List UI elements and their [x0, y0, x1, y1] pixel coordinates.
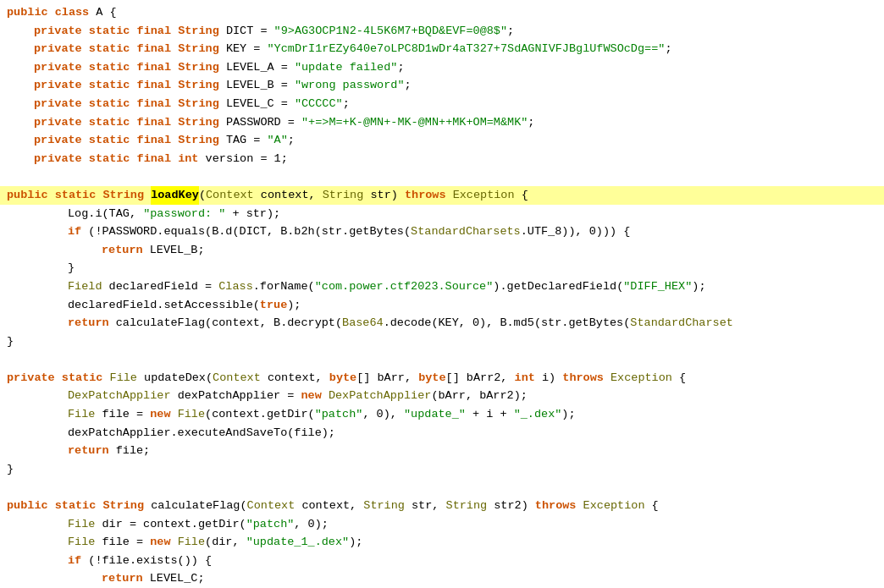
code-line-23: File file = new File(context.getDir("pat… — [0, 405, 884, 424]
code-line-8: private static final String TAG = "A"; — [0, 131, 884, 150]
code-line-17: declaredField.setAccessible(true); — [0, 296, 884, 315]
code-line-1: public class A { — [0, 3, 884, 22]
code-line-21: private static File updateDex(Context co… — [0, 369, 884, 387]
code-line-5: private static final String LEVEL_B = "w… — [0, 76, 884, 95]
code-line-blank3 — [0, 478, 884, 497]
code-line-3: private static final String KEY = "YcmDr… — [0, 40, 884, 58]
code-line-28: public static String calculateFlag(Conte… — [0, 497, 884, 515]
code-line-19: } — [0, 332, 884, 351]
code-line-blank1 — [0, 168, 884, 186]
code-line-32: return LEVEL_C; — [0, 569, 884, 588]
code-line-11: public static String loadKey(Context con… — [0, 186, 884, 205]
code-line-13: if (!PASSWORD.equals(B.d(DICT, B.b2h(str… — [0, 223, 884, 241]
code-line-16: Field declaredField = Class.forName("com… — [0, 278, 884, 296]
code-line-12: Log.i(TAG, "password: " + str); — [0, 205, 884, 223]
code-line-29: File dir = context.getDir("patch", 0); — [0, 515, 884, 534]
code-line-14: return LEVEL_B; — [0, 241, 884, 260]
code-line-26: } — [0, 460, 884, 479]
code-line-25: return file; — [0, 442, 884, 460]
code-line-6: private static final String LEVEL_C = "C… — [0, 95, 884, 113]
code-line-18: return calculateFlag(context, B.decrypt(… — [0, 314, 884, 332]
code-line-9: private static final int version = 1; — [0, 150, 884, 168]
code-viewer: public class A { private static final St… — [0, 0, 884, 588]
code-line-30: File file = new File(dir, "update_1_.dex… — [0, 533, 884, 552]
code-line-22: DexPatchApplier dexPatchApplier = new De… — [0, 387, 884, 405]
code-line-15: } — [0, 259, 884, 278]
code-line-4: private static final String LEVEL_A = "u… — [0, 58, 884, 77]
code-line-31: if (!file.exists()) { — [0, 552, 884, 570]
code-line-blank2 — [0, 350, 884, 369]
code-line-7: private static final String PASSWORD = "… — [0, 113, 884, 132]
code-line-2: private static final String DICT = "9>AG… — [0, 22, 884, 41]
code-line-24: dexPatchApplier.executeAndSaveTo(file); — [0, 424, 884, 442]
